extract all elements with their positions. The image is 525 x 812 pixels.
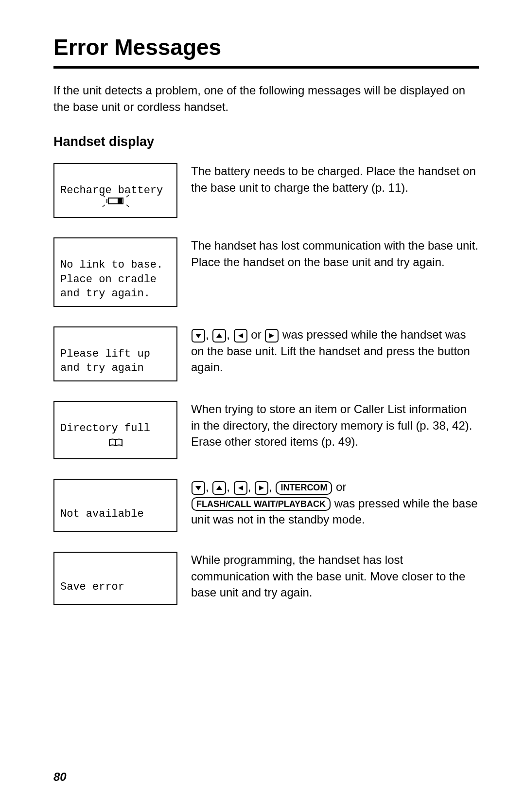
separator-or: or	[332, 480, 346, 493]
svg-marker-3	[238, 333, 243, 338]
right-key-icon	[255, 481, 268, 495]
handset-display-box: Not available	[53, 479, 177, 532]
open-book-icon	[107, 424, 124, 453]
error-row: Not available , , , , INTERCOM or FLASH/…	[53, 479, 479, 532]
error-explanation: When trying to store an item or Caller L…	[191, 401, 479, 450]
battery-charging-icon	[99, 180, 133, 212]
svg-rect-0	[118, 199, 122, 203]
svg-marker-1	[195, 334, 201, 338]
error-row: Please lift up and try again , , or was …	[53, 326, 479, 381]
up-key-icon	[212, 481, 226, 495]
error-explanation: , , , , INTERCOM or FLASH/CALL WAIT/PLAY…	[191, 479, 479, 528]
display-message: Not available	[60, 508, 144, 520]
error-row: No link to base. Place on cradle and try…	[53, 237, 479, 307]
error-explanation: , , or was pressed while the handset was…	[191, 326, 479, 376]
left-key-icon	[234, 481, 247, 495]
svg-marker-2	[216, 333, 222, 338]
separator-or: or	[248, 328, 265, 341]
svg-marker-5	[195, 486, 201, 490]
page-title: Error Messages	[53, 34, 479, 60]
down-key-icon	[192, 481, 205, 495]
svg-marker-4	[269, 333, 274, 338]
flash-call-wait-playback-key: FLASH/CALL WAIT/PLAYBACK	[192, 497, 331, 511]
error-explanation: The handset has lost communication with …	[191, 237, 479, 270]
handset-display-box: Recharge battery	[53, 163, 177, 218]
handset-display-box: Directory full	[53, 401, 177, 459]
handset-display-box: Save error	[53, 552, 177, 605]
handset-display-box: No link to base. Place on cradle and try…	[53, 237, 177, 307]
error-explanation: The battery needs to be charged. Place t…	[191, 163, 479, 196]
intro-text: If the unit detects a problem, one of th…	[53, 82, 479, 115]
up-key-icon	[212, 329, 226, 343]
left-key-icon	[234, 329, 247, 343]
display-message: Save error	[60, 581, 124, 593]
svg-marker-6	[216, 486, 222, 490]
handset-display-box: Please lift up and try again	[53, 326, 177, 381]
display-message: No link to base. Place on cradle and try…	[60, 259, 163, 300]
explanation-tail: was pressed while the handset was on the…	[191, 328, 470, 374]
intercom-key: INTERCOM	[276, 481, 332, 495]
svg-marker-7	[238, 486, 243, 490]
page-number: 80	[53, 770, 67, 784]
display-message: Please lift up and try again	[60, 348, 150, 375]
error-explanation: While programming, the handset has lost …	[191, 552, 479, 601]
error-row: Save error While programming, the handse…	[53, 552, 479, 605]
display-message: Directory full	[60, 422, 150, 434]
right-key-icon	[265, 329, 279, 343]
subheading: Handset display	[53, 134, 479, 149]
title-divider	[53, 66, 479, 69]
error-row: Recharge battery The battery needs to be…	[53, 163, 479, 218]
error-row: Directory full When trying to store an i…	[53, 401, 479, 459]
svg-marker-8	[259, 486, 264, 490]
down-key-icon	[192, 329, 205, 343]
